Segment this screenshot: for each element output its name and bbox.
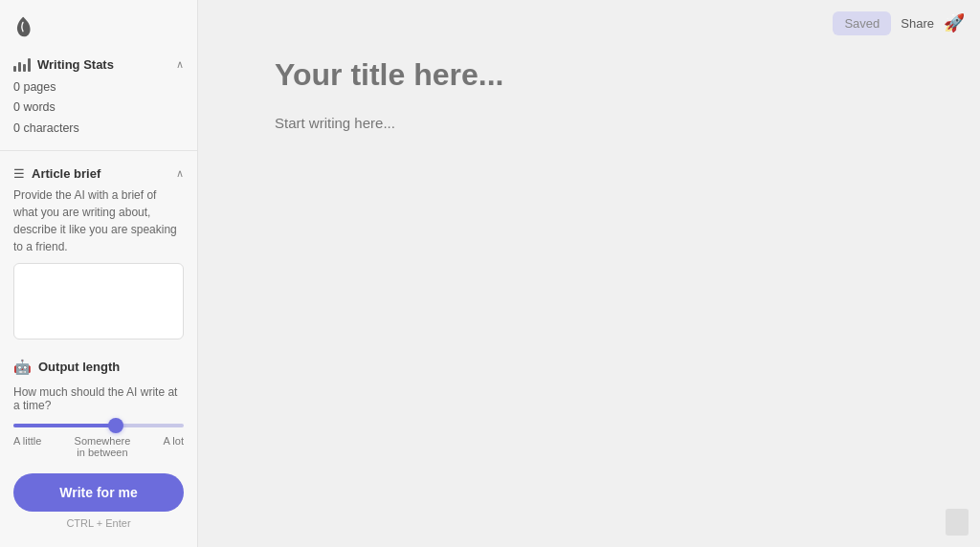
main-content: Saved Share 🚀 xyxy=(198,0,980,547)
logo-icon xyxy=(13,15,33,40)
editor-title-input[interactable] xyxy=(275,57,903,93)
article-brief-title-left: ☰ Article brief xyxy=(13,166,100,181)
output-length-description: How much should the AI write at a time? xyxy=(13,385,184,412)
divider-1 xyxy=(0,150,197,151)
output-length-title-left: 🤖 Output length xyxy=(13,359,120,376)
editor-body-input[interactable] xyxy=(275,112,903,509)
write-btn-container: Write for me CTRL + Enter xyxy=(0,458,197,533)
write-for-me-button[interactable]: Write for me xyxy=(13,473,184,512)
article-brief-title-row: ☰ Article brief ∧ xyxy=(13,159,184,186)
output-length-title-row: 🤖 Output length xyxy=(13,351,184,382)
sidebar: Writing Stats ∧ 0 pages 0 words 0 charac… xyxy=(0,0,198,547)
slider-label-right: A lot xyxy=(164,435,184,458)
list-icon: ☰ xyxy=(13,166,25,181)
shortcut-hint: CTRL + Enter xyxy=(66,517,130,529)
saved-button[interactable]: Saved xyxy=(833,11,891,35)
rocket-icon[interactable]: 🚀 xyxy=(944,12,965,33)
writing-stats-title-row: Writing Stats ∧ xyxy=(13,50,184,77)
slider-label-left: A little xyxy=(13,435,41,458)
article-brief-description: Provide the AI with a brief of what you … xyxy=(13,186,184,255)
output-length-section: 🤖 Output length How much should the AI w… xyxy=(0,351,197,458)
topbar: Saved Share 🚀 xyxy=(198,0,980,46)
stat-words: 0 words xyxy=(13,98,184,118)
article-brief-title: Article brief xyxy=(32,166,100,181)
writing-stats-collapse-icon[interactable]: ∧ xyxy=(176,58,184,71)
article-brief-collapse-icon[interactable]: ∧ xyxy=(176,167,184,180)
article-brief-section: ☰ Article brief ∧ Provide the AI with a … xyxy=(0,159,197,343)
editor-area xyxy=(198,0,980,547)
stat-characters: 0 characters xyxy=(13,119,184,139)
output-length-slider-container xyxy=(13,424,184,427)
share-button[interactable]: Share xyxy=(901,16,934,31)
scroll-indicator xyxy=(946,509,969,536)
sidebar-header xyxy=(0,0,197,50)
slider-label-middle: Somewhere in between xyxy=(69,435,136,458)
writing-stats-section: Writing Stats ∧ 0 pages 0 words 0 charac… xyxy=(0,50,197,139)
writing-stats-title: Writing Stats xyxy=(37,57,114,72)
output-length-title: Output length xyxy=(38,360,120,374)
article-brief-textarea[interactable] xyxy=(13,263,184,339)
bar-chart-icon xyxy=(13,58,31,72)
stat-pages: 0 pages xyxy=(13,77,184,98)
robot-icon: 🤖 xyxy=(13,359,32,376)
writing-stats-title-left: Writing Stats xyxy=(13,57,114,72)
slider-labels: A little Somewhere in between A lot xyxy=(13,435,184,458)
